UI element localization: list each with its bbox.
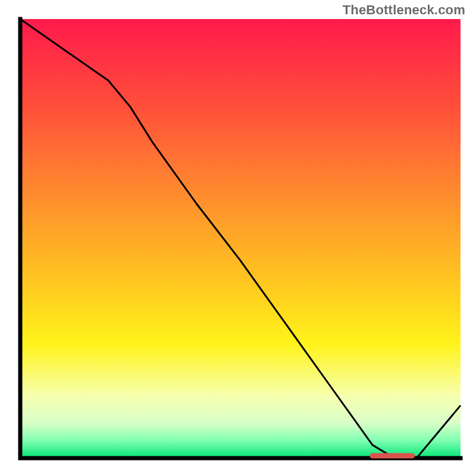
chart-stage: TheBottleneck.com bbox=[0, 0, 476, 476]
chart-svg bbox=[10, 17, 466, 469]
gradient-background bbox=[20, 19, 461, 458]
bottleneck-chart bbox=[10, 17, 466, 469]
watermark-text: TheBottleneck.com bbox=[343, 2, 465, 18]
